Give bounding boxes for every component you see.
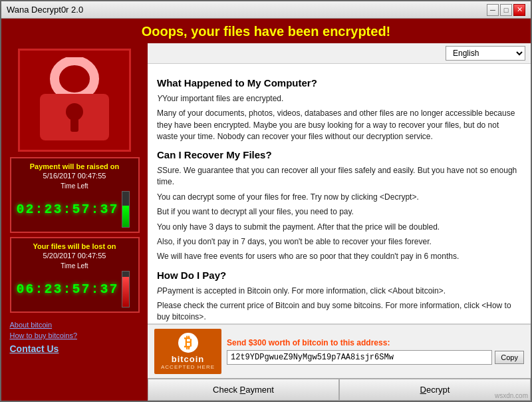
title-bar: Wana Decrypt0r 2.0 ─ □ ✕ [1, 1, 531, 19]
address-row: Copy [227, 350, 524, 365]
timer1-progress-bar [122, 191, 130, 228]
timer2-display: 06:23:57:37 [17, 282, 119, 297]
bitcoin-area: ₿ bitcoin ACCEPTED HERE Send $300 worth … [148, 323, 531, 378]
section2-p4: You only have 3 days to submit the payme… [157, 222, 521, 233]
timer2-date: 5/20/2017 00:47:55 [17, 252, 133, 260]
left-links: About bitcoin How to buy bitcoins? Conta… [10, 321, 140, 354]
section3-p1: PPayment is accepted in Bitcoin only. Fo… [157, 286, 521, 297]
check-payment-button[interactable]: Check Payment [148, 379, 339, 401]
bitcoin-badge-text: bitcoin [172, 354, 205, 364]
section2-p1: SSure. We guarantee that you can recover… [157, 165, 521, 188]
svg-rect-3 [70, 117, 78, 132]
about-bitcoin-link[interactable]: About bitcoin [10, 321, 140, 329]
section2-p2: You can decrypt some of your files for f… [157, 192, 521, 203]
send-label: Send $300 worth of bitcoin to this addre… [227, 338, 524, 347]
svg-rect-0 [55, 61, 94, 97]
bitcoin-icon: ₿ [178, 333, 198, 353]
contact-us-link[interactable]: Contact Us [10, 343, 140, 354]
content-area: What Happened to My Computer? YYour impo… [148, 64, 531, 323]
section3-p2: Please check the current price of Bitcoi… [157, 300, 521, 323]
main-window: Wana Decrypt0r 2.0 ─ □ ✕ Ooops, your fil… [0, 0, 532, 402]
section1-p1: YYour important files are encrypted. [157, 93, 521, 104]
section1-p2: Many of your documents, photos, videos, … [157, 108, 521, 142]
timer1-with-bar: 02:23:57:37 [17, 191, 133, 228]
section2-p3: But if you want to decrypt all your file… [157, 206, 521, 218]
timer1-progress-fill [122, 206, 129, 227]
copy-button[interactable]: Copy [495, 351, 524, 364]
timer2-progress-fill [122, 277, 129, 307]
header-bar: Ooops, your files have been encrypted! [1, 19, 531, 43]
section2-p6: We will have free events for users who a… [157, 251, 521, 262]
language-selector[interactable]: English Spanish French German Chinese Ru… [446, 46, 525, 61]
timer1-label: Payment will be raised on [17, 162, 133, 170]
timer-files-lost: Your files will be lost on 5/20/2017 00:… [10, 237, 140, 313]
timer2-label: Your files will be lost on [17, 242, 133, 250]
timer-payment-raised: Payment will be raised on 5/16/2017 00:4… [10, 157, 140, 233]
watermark: wsxdn.com [495, 392, 528, 399]
section1-title: What Happened to My Computer? [157, 76, 521, 91]
timer2-progress-bar [122, 271, 130, 307]
timer1-date: 5/16/2017 00:47:55 [17, 172, 133, 180]
section2-title: Can I Recover My Files? [157, 148, 521, 162]
section2-p5: Also, if you don't pay in 7 days, you wo… [157, 236, 521, 248]
right-panel: English Spanish French German Chinese Ru… [148, 43, 531, 401]
section3-title: How Do I Pay? [157, 268, 521, 283]
padlock-container [18, 49, 131, 152]
maximize-button[interactable]: □ [500, 4, 512, 16]
timer1-sublabel: Time Left [17, 182, 133, 190]
bitcoin-badge-sub: ACCEPTED HERE [161, 364, 215, 370]
window-title: Wana Decrypt0r 2.0 [7, 5, 83, 15]
right-top-bar: English Spanish French German Chinese Ru… [148, 43, 531, 64]
minimize-button[interactable]: ─ [487, 4, 499, 16]
timer2-sublabel: Time Left [17, 262, 133, 270]
timer2-with-bar: 06:23:57:37 [17, 271, 133, 307]
bitcoin-right: Send $300 worth of bitcoin to this addre… [227, 338, 524, 365]
padlock-icon [35, 57, 114, 144]
close-button[interactable]: ✕ [513, 4, 525, 16]
timer1-display: 02:23:57:37 [17, 202, 119, 217]
how-to-buy-link[interactable]: How to buy bitcoins? [10, 331, 140, 339]
main-content: Payment will be raised on 5/16/2017 00:4… [1, 43, 531, 401]
bitcoin-row: ₿ bitcoin ACCEPTED HERE Send $300 worth … [154, 329, 524, 374]
bitcoin-address-input[interactable] [227, 350, 492, 365]
bottom-buttons: Check Payment Decrypt [148, 378, 531, 401]
left-panel: Payment will be raised on 5/16/2017 00:4… [1, 43, 148, 401]
header-title: Ooops, your files have been encrypted! [9, 24, 523, 39]
bitcoin-badge: ₿ bitcoin ACCEPTED HERE [154, 329, 221, 374]
window-controls: ─ □ ✕ [487, 4, 525, 16]
